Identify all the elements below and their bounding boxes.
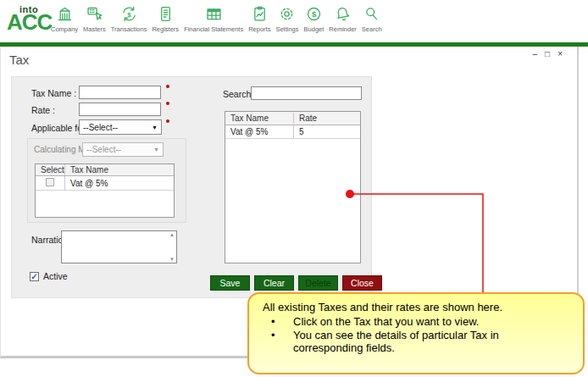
column-header-tax-name[interactable]: Tax Name [65, 164, 174, 175]
active-label: Active [43, 271, 68, 281]
callout-bullet: • You can see the details of particular … [261, 329, 574, 355]
column-header-rate[interactable]: Rate [294, 113, 360, 124]
tax-name-input[interactable] [79, 86, 161, 99]
transactions-icon: $ [120, 5, 138, 23]
save-button[interactable]: Save [210, 275, 250, 291]
nav-item-settings[interactable]: Settings [273, 5, 301, 33]
delete-button[interactable]: Delete [298, 275, 338, 291]
tax-list-grid: Tax Name Rate Vat @ 5% 5 [225, 111, 361, 263]
callout-tooltip: All existing Taxes and their rates are s… [247, 292, 585, 374]
budget-icon: $ [305, 5, 323, 23]
tax-select-grid: Select Tax Name Vat @ 5% [35, 164, 175, 218]
required-marker-icon [166, 102, 169, 105]
scroll-down-icon[interactable]: ▼ [169, 257, 175, 262]
nav-label: Search [362, 25, 382, 33]
masters-icon [86, 5, 103, 23]
clear-button[interactable]: Clear [254, 275, 294, 291]
table-row[interactable]: Vat @ 5% [36, 176, 174, 191]
callout-text: All existing Taxes and their rates are s… [263, 301, 574, 313]
bullet-icon: • [261, 315, 293, 329]
nav-item-company[interactable]: Company [48, 5, 80, 33]
close-window-button[interactable]: × [557, 49, 563, 58]
registers-icon [157, 5, 175, 23]
logo-acc-text: ACC [7, 14, 51, 31]
callout-bullet-text: You can see the details of particular Ta… [293, 329, 574, 355]
main-nav: Company Masters $ Transactions Registers… [48, 5, 385, 33]
action-buttons: Save Clear Delete Close [210, 275, 382, 291]
financial-statements-icon [205, 5, 223, 23]
nav-item-budget[interactable]: $ Budget [302, 5, 327, 33]
settings-icon [278, 5, 296, 23]
app-logo: into ACC [7, 4, 51, 31]
search-input[interactable] [251, 86, 362, 100]
reminder-icon [334, 5, 352, 23]
reports-icon [251, 5, 269, 23]
row-tax-name: Vat @ 5% [65, 177, 174, 190]
top-toolbar: into ACC Company Masters $ Transactions … [0, 0, 588, 42]
textarea-scrollbar[interactable]: ▲ ▼ [168, 231, 176, 263]
minimize-button[interactable]: – [533, 49, 538, 58]
nav-label: Reports [248, 25, 270, 33]
table-row[interactable]: Vat @ 5% 5 [225, 125, 360, 139]
scroll-up-icon[interactable]: ▲ [169, 232, 175, 237]
bullet-icon: • [261, 329, 293, 355]
nav-label: Company [51, 25, 78, 33]
nav-item-registers[interactable]: Registers [149, 5, 181, 33]
nav-item-transactions[interactable]: $ Transactions [108, 5, 150, 33]
nav-label: Masters [83, 25, 106, 33]
search-icon [363, 5, 380, 23]
nav-item-financial-statements[interactable]: Financial Statements [181, 5, 246, 33]
column-header-tax-name[interactable]: Tax Name [225, 113, 294, 124]
svg-text:$: $ [312, 9, 317, 19]
chevron-down-icon: ▼ [153, 147, 159, 152]
svg-text:$: $ [127, 11, 131, 19]
required-marker-icon [166, 119, 169, 123]
calculating-mode-group: Calculating Mode : --Select-- ▼ Select T… [27, 138, 186, 223]
active-row: ✓ Active [30, 271, 68, 281]
row-select-checkbox[interactable] [46, 178, 54, 186]
nav-label: Settings [275, 25, 298, 33]
row-rate: 5 [294, 125, 360, 138]
tax-form-panel: Tax Name : Rate : Applicable for : --Sel… [11, 76, 372, 298]
nav-item-search[interactable]: Search [359, 5, 385, 33]
nav-item-reports[interactable]: Reports [246, 5, 273, 33]
nav-label: Transactions [111, 25, 147, 33]
inner-window-controls: – □ × [533, 49, 563, 58]
nav-label: Reminder [329, 25, 357, 33]
restore-button[interactable]: □ [545, 49, 550, 58]
callout-bullet-text: Click on the Tax that you want to view. [293, 315, 574, 329]
callout-bullet: • Click on the Tax that you want to view… [261, 315, 574, 329]
tax-select-grid-header: Select Tax Name [36, 164, 174, 176]
nav-label: Financial Statements [184, 25, 243, 33]
rate-input[interactable] [79, 103, 161, 116]
chevron-down-icon: ▼ [152, 125, 158, 130]
company-icon [56, 5, 74, 23]
close-button[interactable]: Close [342, 275, 382, 291]
calculating-mode-dropdown[interactable]: --Select-- ▼ [82, 142, 164, 157]
column-header-select[interactable]: Select [36, 164, 65, 175]
page-title: Tax [9, 53, 29, 67]
calculating-mode-value: --Select-- [86, 145, 121, 154]
app-root: – □ × into ACC Company Masters $ Transac… [0, 0, 588, 377]
row-tax-name: Vat @ 5% [225, 125, 294, 138]
nav-item-masters[interactable]: Masters [80, 5, 108, 33]
nav-label: Budget [304, 25, 325, 33]
applicable-for-dropdown[interactable]: --Select-- ▼ [79, 119, 162, 135]
applicable-for-value: --Select-- [83, 123, 118, 132]
tax-name-label: Tax Name : [31, 88, 76, 98]
nav-label: Registers [152, 25, 179, 33]
nav-item-reminder[interactable]: Reminder [326, 5, 359, 33]
narration-textarea[interactable]: ▲ ▼ [61, 230, 177, 263]
required-marker-icon [166, 85, 169, 88]
active-checkbox[interactable]: ✓ [30, 272, 39, 281]
tax-list-grid-header: Tax Name Rate [225, 112, 360, 125]
rate-label: Rate : [31, 105, 55, 115]
